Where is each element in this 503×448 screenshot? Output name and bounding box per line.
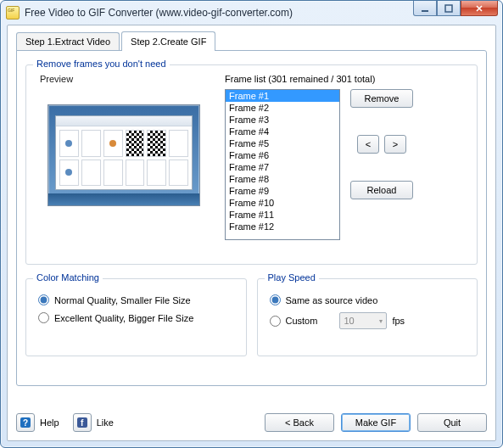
- make-gif-button[interactable]: Make GIF: [341, 413, 411, 432]
- frame-list-label: Frame list (301 remained / 301 total): [225, 74, 468, 84]
- like-icon-button[interactable]: f: [73, 413, 92, 432]
- bottom-bar: ? Help f Like < Back Make GIF Quit: [16, 413, 487, 432]
- group-color-matching: Color Matching Normal Quality, Smaller F…: [25, 278, 247, 356]
- fps-unit: fps: [392, 316, 405, 326]
- radio-custom-speed[interactable]: Custom: [270, 316, 318, 327]
- app-window: Free Video to GIF Converter (www.video-g…: [0, 0, 503, 448]
- maximize-button[interactable]: [437, 1, 461, 16]
- preview-label: Preview: [40, 74, 213, 84]
- fps-value: 10: [344, 316, 354, 326]
- frame-list-item[interactable]: Frame #7: [226, 161, 339, 173]
- frame-list-item[interactable]: Frame #8: [226, 173, 339, 185]
- tab-create-gif[interactable]: Step 2.Create GIF: [121, 31, 215, 51]
- radio-label: Normal Quality, Smaller File Size: [54, 295, 191, 305]
- frame-listbox[interactable]: Frame #1Frame #2Frame #3Frame #4Frame #5…: [225, 89, 340, 240]
- svg-rect-0: [422, 10, 428, 12]
- frame-list-item[interactable]: Frame #4: [226, 126, 339, 137]
- radio-normal-quality-input[interactable]: [38, 294, 49, 305]
- titlebar: Free Video to GIF Converter (www.video-g…: [1, 1, 502, 25]
- radio-label: Same as source video: [286, 295, 378, 305]
- prev-frame-button[interactable]: <: [357, 135, 379, 154]
- radio-excellent-quality-input[interactable]: [38, 312, 49, 323]
- group-legend: Color Matching: [33, 272, 103, 283]
- tab-extract-video[interactable]: Step 1.Extract Video: [16, 32, 120, 51]
- group-remove-frames: Remove frames you don't need Preview: [25, 64, 478, 265]
- close-button[interactable]: [461, 1, 498, 16]
- group-play-speed: Play Speed Same as source video Custom 1…: [257, 278, 478, 356]
- frame-list-item[interactable]: Frame #9: [226, 185, 339, 197]
- svg-rect-1: [445, 5, 452, 12]
- minimize-button[interactable]: [413, 1, 437, 16]
- quit-button[interactable]: Quit: [417, 413, 487, 432]
- frame-list-item[interactable]: Frame #1: [226, 90, 339, 102]
- app-icon: [6, 6, 20, 20]
- radio-same-as-source-input[interactable]: [270, 294, 281, 305]
- preview-image: [48, 104, 200, 206]
- back-button[interactable]: < Back: [265, 413, 334, 432]
- radio-label: Custom: [286, 316, 318, 326]
- radio-same-as-source[interactable]: Same as source video: [270, 294, 466, 305]
- help-icon-button[interactable]: ?: [16, 413, 35, 432]
- next-frame-button[interactable]: >: [384, 135, 406, 154]
- chevron-down-icon: ▾: [379, 317, 383, 325]
- group-legend: Play Speed: [265, 272, 319, 283]
- like-label: Like: [97, 417, 114, 428]
- tab-panel: Remove frames you don't need Preview: [16, 50, 487, 386]
- radio-label: Excellent Quality, Bigger File Size: [54, 313, 193, 323]
- remove-button[interactable]: Remove: [350, 89, 413, 108]
- group-legend: Remove frames you don't need: [33, 59, 170, 69]
- facebook-icon: f: [77, 417, 87, 428]
- frame-list-item[interactable]: Frame #12: [226, 221, 339, 232]
- help-icon: ?: [20, 417, 31, 428]
- radio-normal-quality[interactable]: Normal Quality, Smaller File Size: [38, 294, 234, 305]
- tab-strip: Step 1.Extract Video Step 2.Create GIF: [16, 32, 487, 51]
- fps-select[interactable]: 10 ▾: [339, 312, 387, 329]
- client-area: Step 1.Extract Video Step 2.Create GIF R…: [7, 25, 496, 441]
- window-title: Free Video to GIF Converter (www.video-g…: [25, 7, 293, 19]
- help-label: Help: [40, 417, 59, 428]
- frame-list-item[interactable]: Frame #3: [226, 114, 339, 126]
- frame-list-item[interactable]: Frame #6: [226, 149, 339, 161]
- radio-custom-speed-input[interactable]: [270, 316, 281, 327]
- frame-list-item[interactable]: Frame #5: [226, 137, 339, 149]
- frame-list-item[interactable]: Frame #10: [226, 197, 339, 209]
- reload-button[interactable]: Reload: [350, 181, 413, 199]
- radio-excellent-quality[interactable]: Excellent Quality, Bigger File Size: [38, 312, 234, 323]
- frame-list-item[interactable]: Frame #11: [226, 209, 339, 221]
- frame-list-item[interactable]: Frame #2: [226, 102, 339, 114]
